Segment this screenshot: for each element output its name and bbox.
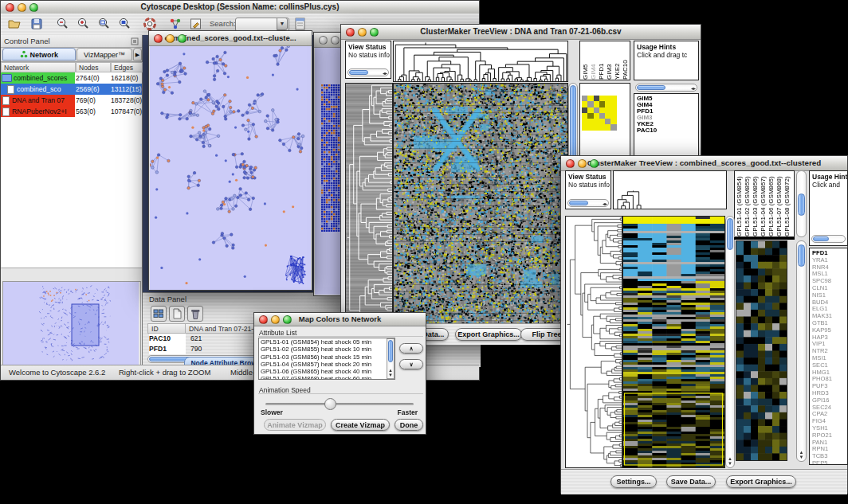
summary-cell[interactable] <box>587 101 593 107</box>
network-window-titlebar[interactable]: combined_scores_good.txt--cluste... <box>149 31 312 46</box>
summary-cell[interactable] <box>610 119 616 124</box>
summary-cell[interactable] <box>610 107 616 113</box>
scroll-arrows[interactable]: ▲▼ <box>387 368 394 377</box>
tv2-column-dendrogram[interactable] <box>615 189 642 209</box>
array-label[interactable]: GIM4 <box>590 41 598 80</box>
summary-cell[interactable] <box>587 124 593 130</box>
animate-vizmap-button[interactable]: Animate Vizmap <box>264 419 326 431</box>
summary-cell[interactable] <box>594 113 599 119</box>
gene-label[interactable]: PEP5 <box>812 460 847 465</box>
new-attribute-button[interactable] <box>169 306 185 322</box>
attribute-item[interactable]: GPL51-06 (GSM865) heat shock 40 min <box>259 368 395 375</box>
tv2-main-vscrollbar[interactable]: ▲▼ <box>725 216 735 468</box>
array-label[interactable]: GPL51-08 (GSM872) <box>783 171 791 236</box>
column-header-nodes[interactable]: Nodes <box>76 62 111 72</box>
search-dropdown-arrow-icon[interactable]: ▼ <box>277 18 288 30</box>
network-tree-row[interactable]: DNA and Tran 07769(0)183728(0) <box>1 95 142 106</box>
network-overview-panel[interactable] <box>2 281 141 367</box>
summary-cell[interactable] <box>582 96 587 101</box>
float-panel-icon[interactable] <box>131 37 139 45</box>
array-label[interactable]: GPL51-01 (GSM854) <box>736 171 744 236</box>
tv1-summary-heatmap[interactable] <box>582 96 617 131</box>
array-label[interactable]: GPL51-07 (GSM868) <box>775 171 783 236</box>
summary-cell[interactable] <box>582 119 587 124</box>
create-vizmap-button[interactable]: Create Vizmap <box>331 419 390 431</box>
modify-network-icon[interactable] <box>168 17 183 31</box>
export-graphics-button[interactable]: Export Graphics... <box>455 328 522 341</box>
array-label[interactable]: PFD1 <box>598 41 606 80</box>
minimize-button[interactable] <box>358 28 367 37</box>
attribute-item[interactable]: GPL51-07 (GSM868) heat shock 60 min <box>259 375 395 380</box>
help-lifering-icon[interactable] <box>143 17 157 31</box>
tv2-status-scrollbar[interactable]: ◂▸ <box>567 199 609 207</box>
minimize-button[interactable] <box>18 3 26 12</box>
minimize-button[interactable] <box>331 36 340 45</box>
attribute-item[interactable]: GPL51-01 (GSM854) heat shock 05 min <box>259 338 395 346</box>
zoom-fit-icon[interactable] <box>96 17 111 31</box>
report-icon[interactable] <box>292 17 307 31</box>
open-file-icon[interactable] <box>7 17 22 31</box>
summary-cell[interactable] <box>599 107 605 113</box>
array-label[interactable]: YKE2 <box>614 41 622 80</box>
summary-cell[interactable] <box>594 96 599 101</box>
export-graphics-button[interactable]: Export Graphics... <box>726 475 796 488</box>
attribute-item[interactable]: GPL51-03 (GSM856) heat shock 15 min <box>259 354 395 361</box>
close-button[interactable] <box>346 28 355 37</box>
network-view-window[interactable]: combined_scores_good.txt--cluste... <box>148 30 312 291</box>
gene-label[interactable]: PAC10 <box>637 127 698 134</box>
summary-cell[interactable] <box>587 96 593 101</box>
summary-cell[interactable] <box>587 119 593 124</box>
summary-cell[interactable] <box>594 101 599 107</box>
delete-attribute-button[interactable] <box>187 306 203 322</box>
array-label[interactable]: PAC10 <box>622 41 630 80</box>
summary-cell[interactable] <box>610 101 616 107</box>
data-row-id[interactable]: PFD1 <box>149 344 186 354</box>
close-button[interactable] <box>154 34 163 43</box>
summary-cell[interactable] <box>605 101 610 107</box>
summary-cell[interactable] <box>599 119 605 124</box>
summary-cell[interactable] <box>610 124 616 130</box>
select-attributes-button[interactable] <box>151 306 167 322</box>
summary-cell[interactable] <box>605 119 610 124</box>
data-row-value[interactable]: 621 <box>190 334 254 344</box>
summary-cell[interactable] <box>605 124 610 130</box>
array-label[interactable]: GIM3 <box>606 41 614 80</box>
minimize-button[interactable] <box>578 159 587 168</box>
summary-cell[interactable] <box>605 107 610 113</box>
data-row-id[interactable]: PAC10 <box>149 334 186 344</box>
zoom-button[interactable] <box>178 34 186 43</box>
summary-cell[interactable] <box>582 107 587 113</box>
main-title-bar[interactable]: Cytoscape Desktop (Session Name: collins… <box>1 1 479 14</box>
zoom-in-icon[interactable] <box>76 17 90 31</box>
attribute-item[interactable]: GPL51-04 (GSM857) heat shock 20 min <box>259 361 395 368</box>
tv1-row-dendrogram[interactable] <box>345 83 393 333</box>
tv1-status-scrollbar[interactable]: ◂▸ <box>347 68 389 76</box>
scroll-arrows[interactable]: ▲▼ <box>797 450 806 459</box>
save-icon[interactable] <box>29 17 44 31</box>
zoom-button[interactable] <box>370 28 379 37</box>
animation-speed-slider-thumb[interactable] <box>324 398 336 410</box>
close-button[interactable] <box>566 159 575 168</box>
tv2-row-dendrogram[interactable] <box>565 216 622 468</box>
close-button[interactable] <box>259 315 268 324</box>
summary-cell[interactable] <box>605 96 610 101</box>
move-up-button[interactable]: ∧ <box>399 343 423 354</box>
tab-overflow-button[interactable]: ▶ <box>133 48 142 61</box>
scroll-arrows[interactable]: ▲▼ <box>726 456 734 466</box>
zoom-selected-icon[interactable] <box>117 17 132 31</box>
close-button[interactable] <box>319 36 328 45</box>
summary-cell[interactable] <box>610 96 616 101</box>
tv2-column-dendrogram-area[interactable] <box>613 170 727 209</box>
tv1-column-dendrogram[interactable] <box>393 41 568 82</box>
zoom-button[interactable] <box>283 315 292 324</box>
summary-cell[interactable] <box>610 113 616 119</box>
tab-vizmapper[interactable]: VizMapper™ <box>77 48 132 61</box>
save-data-button[interactable]: Save Data... <box>666 475 716 488</box>
array-label[interactable]: GPL51-02 (GSM855) <box>744 171 752 236</box>
network-overview-canvas[interactable] <box>3 282 139 365</box>
tv1-usage-scrollbar[interactable]: ◂▸ <box>635 84 697 92</box>
close-button[interactable] <box>6 3 14 12</box>
summary-cell[interactable] <box>599 113 605 119</box>
summary-cell[interactable] <box>599 101 605 107</box>
summary-cell[interactable] <box>587 107 593 113</box>
